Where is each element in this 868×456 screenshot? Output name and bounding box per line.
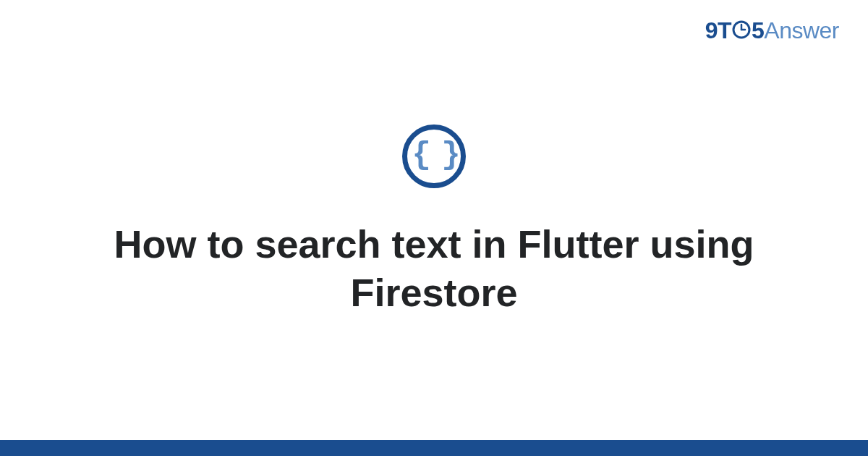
code-braces-glyph: { }: [412, 139, 456, 171]
page-title: How to search text in Flutter using Fire…: [43, 220, 825, 318]
content-area: { } How to search text in Flutter using …: [0, 0, 868, 456]
code-braces-icon: { }: [402, 124, 466, 188]
footer-accent-bar: [0, 440, 868, 456]
